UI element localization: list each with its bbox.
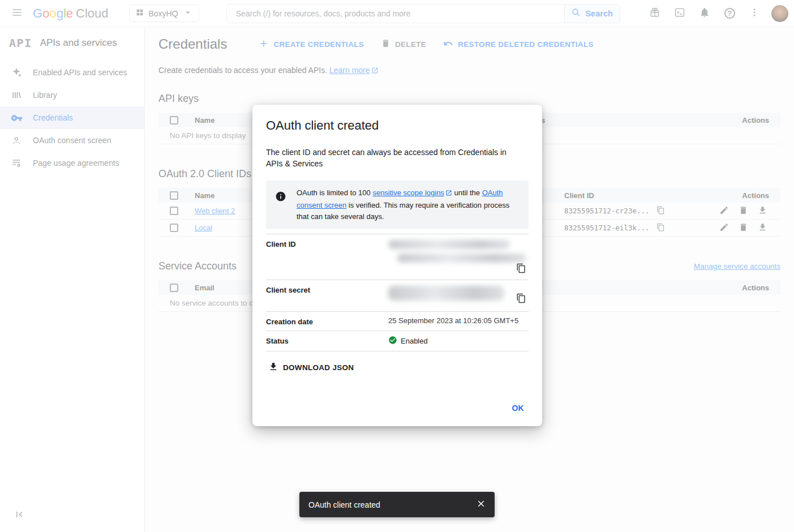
snackbar-close-button[interactable]	[471, 495, 491, 515]
download-icon	[268, 362, 278, 374]
external-link-icon	[445, 188, 452, 200]
client-id-label: Client ID	[266, 239, 388, 275]
copy-icon	[516, 263, 526, 275]
oauth-client-created-dialog: OAuth client created The client ID and s…	[252, 105, 542, 426]
client-id-redacted-value	[397, 254, 526, 263]
sensitive-scope-logins-link[interactable]: sensitive scope logins	[372, 188, 444, 197]
google-cloud-console: Google Cloud BoxyHQ Search	[0, 0, 794, 532]
download-json-button[interactable]: DOWNLOAD JSON	[266, 358, 356, 377]
snackbar: OAuth client created	[299, 492, 495, 517]
info-text: OAuth is limited to 100 sensitive scope …	[297, 187, 520, 222]
dialog-title: OAuth client created	[266, 118, 529, 133]
dialog-description: The client ID and secret can always be a…	[266, 147, 515, 169]
close-icon	[476, 499, 486, 510]
status-value: Enabled	[401, 337, 428, 345]
client-id-redacted-value	[388, 240, 510, 249]
creation-date-value: 25 September 2023 at 10:26:05 GMT+5	[388, 316, 529, 326]
client-secret-label: Client secret	[266, 285, 388, 307]
copy-client-secret-button[interactable]	[514, 291, 529, 306]
client-secret-row: Client secret	[266, 280, 529, 312]
check-circle-icon	[388, 336, 397, 346]
copy-icon	[516, 293, 526, 305]
creation-date-label: Creation date	[266, 316, 388, 326]
client-id-row: Client ID	[266, 234, 529, 280]
info-text-part: OAuth is limited to 100	[297, 188, 372, 197]
info-text-part: until the	[452, 188, 482, 197]
ok-button[interactable]: OK	[507, 399, 529, 417]
info-icon	[275, 191, 286, 204]
snackbar-message: OAuth client created	[308, 500, 380, 509]
status-row: Status Enabled	[266, 331, 529, 351]
download-json-label: DOWNLOAD JSON	[283, 363, 354, 372]
credential-fields: Client ID Client secret	[266, 234, 529, 351]
copy-client-id-button[interactable]	[514, 261, 529, 276]
status-label: Status	[266, 336, 388, 346]
info-banner: OAuth is limited to 100 sensitive scope …	[266, 181, 529, 229]
creation-date-row: Creation date 25 September 2023 at 10:26…	[266, 312, 529, 331]
client-secret-redacted-value	[388, 286, 504, 301]
